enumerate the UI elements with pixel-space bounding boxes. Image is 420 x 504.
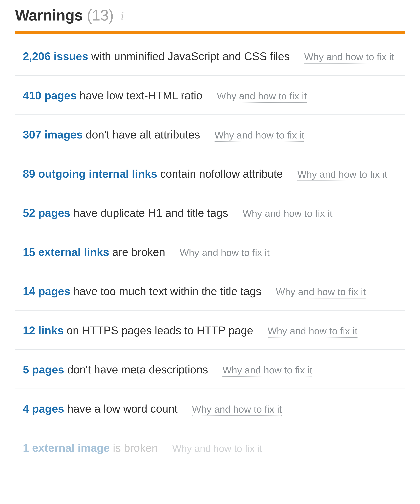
warning-text: 89 outgoing internal links contain nofol… bbox=[23, 167, 283, 180]
why-and-how-link[interactable]: Why and how to fix it bbox=[180, 247, 270, 259]
warning-count-link[interactable]: 89 outgoing internal links bbox=[23, 168, 157, 180]
warnings-count: (13) bbox=[87, 7, 114, 24]
warning-row: 12 links on HTTPS pages leads to HTTP pa… bbox=[15, 311, 405, 350]
warning-text: 52 pages have duplicate H1 and title tag… bbox=[23, 207, 228, 219]
warning-row: 5 pages don't have meta descriptionsWhy … bbox=[15, 350, 405, 389]
warning-description: don't have alt attributes bbox=[83, 128, 200, 141]
warning-text: 14 pages have too much text within the t… bbox=[23, 285, 261, 298]
warning-count-link[interactable]: 4 pages bbox=[23, 402, 64, 415]
warning-count-link[interactable]: 307 images bbox=[23, 128, 83, 141]
why-and-how-link[interactable]: Why and how to fix it bbox=[276, 286, 366, 299]
warning-count-link[interactable]: 15 external links bbox=[23, 246, 109, 258]
warning-count-link[interactable]: 52 pages bbox=[23, 207, 70, 219]
warning-description: with unminified JavaScript and CSS files bbox=[88, 50, 290, 62]
warning-count-link[interactable]: 1 external image bbox=[23, 442, 110, 454]
warning-count-link[interactable]: 5 pages bbox=[23, 363, 64, 376]
warning-count-link[interactable]: 2,206 issues bbox=[23, 50, 88, 62]
warning-description: contain nofollow attribute bbox=[157, 168, 283, 180]
warning-description: don't have meta descriptions bbox=[64, 363, 208, 376]
why-and-how-link[interactable]: Why and how to fix it bbox=[172, 443, 262, 455]
warning-row: 410 pages have low text-HTML ratioWhy an… bbox=[15, 76, 405, 115]
why-and-how-link[interactable]: Why and how to fix it bbox=[192, 403, 282, 416]
warning-description: have a low word count bbox=[64, 402, 177, 415]
warning-description: have duplicate H1 and title tags bbox=[70, 207, 228, 219]
warning-description: have low text-HTML ratio bbox=[77, 89, 202, 102]
warning-row: 4 pages have a low word countWhy and how… bbox=[15, 389, 405, 428]
warning-count-link[interactable]: 12 links bbox=[23, 324, 64, 337]
panel-title: Warnings bbox=[15, 7, 83, 24]
warnings-panel: Warnings (13) i 2,206 issues with unmini… bbox=[0, 0, 420, 462]
why-and-how-link[interactable]: Why and how to fix it bbox=[222, 364, 312, 377]
why-and-how-link[interactable]: Why and how to fix it bbox=[214, 129, 304, 142]
warning-text: 5 pages don't have meta descriptions bbox=[23, 363, 208, 376]
warning-text: 1 external image is broken bbox=[23, 442, 158, 454]
warning-text: 2,206 issues with unminified JavaScript … bbox=[23, 50, 290, 63]
warning-text: 12 links on HTTPS pages leads to HTTP pa… bbox=[23, 324, 253, 337]
warning-row: 2,206 issues with unminified JavaScript … bbox=[15, 34, 405, 76]
panel-header: Warnings (13) i bbox=[15, 7, 405, 24]
warning-row: 89 outgoing internal links contain nofol… bbox=[15, 154, 405, 193]
warning-row: 14 pages have too much text within the t… bbox=[15, 271, 405, 311]
warning-count-link[interactable]: 410 pages bbox=[23, 89, 77, 102]
warning-text: 15 external links are broken bbox=[23, 246, 165, 258]
warning-text: 4 pages have a low word count bbox=[23, 402, 177, 415]
why-and-how-link[interactable]: Why and how to fix it bbox=[304, 51, 394, 64]
warning-row: 52 pages have duplicate H1 and title tag… bbox=[15, 193, 405, 232]
warning-text: 307 images don't have alt attributes bbox=[23, 128, 200, 141]
warning-description: are broken bbox=[109, 246, 165, 258]
warning-row: 1 external image is brokenWhy and how to… bbox=[15, 428, 405, 462]
warning-text: 410 pages have low text-HTML ratio bbox=[23, 89, 202, 102]
warning-description: on HTTPS pages leads to HTTP page bbox=[64, 324, 253, 337]
info-icon[interactable]: i bbox=[121, 9, 124, 22]
warning-row: 15 external links are brokenWhy and how … bbox=[15, 232, 405, 271]
warnings-list: 2,206 issues with unminified JavaScript … bbox=[15, 34, 405, 462]
warning-row: 307 images don't have alt attributesWhy … bbox=[15, 115, 405, 154]
warning-description: is broken bbox=[110, 442, 158, 454]
why-and-how-link[interactable]: Why and how to fix it bbox=[268, 325, 357, 338]
warning-description: have too much text within the title tags bbox=[70, 285, 261, 297]
accent-bar bbox=[15, 31, 405, 34]
why-and-how-link[interactable]: Why and how to fix it bbox=[217, 90, 307, 103]
warning-count-link[interactable]: 14 pages bbox=[23, 285, 70, 297]
why-and-how-link[interactable]: Why and how to fix it bbox=[243, 208, 332, 220]
why-and-how-link[interactable]: Why and how to fix it bbox=[297, 168, 387, 181]
